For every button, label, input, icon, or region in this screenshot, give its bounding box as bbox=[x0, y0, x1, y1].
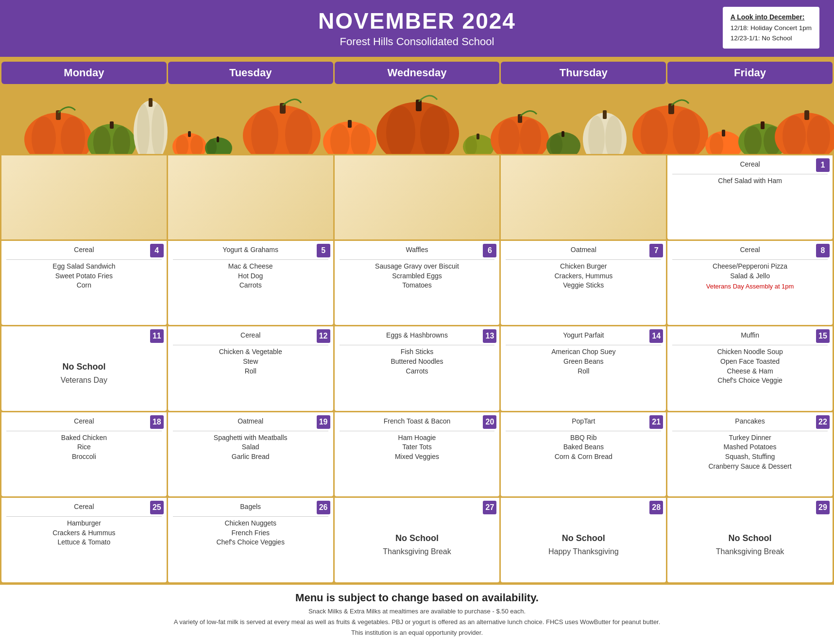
lunch-15: Chicken Noodle SoupOpen Face ToastedChee… bbox=[672, 347, 828, 385]
cal-day-26: 26 Bagels Chicken NuggetsFrench FriesChe… bbox=[168, 498, 333, 582]
cal-day-20: 20 French Toast & Bacon Ham HoagieTater … bbox=[335, 412, 500, 496]
lunch-7: Chicken BurgerCrackers, HummusVeggie Sti… bbox=[506, 262, 661, 290]
breakfast-15: Muffin bbox=[672, 330, 828, 339]
svg-rect-52 bbox=[722, 130, 725, 136]
page: NOVEMBER 2024 Forest Hills Consolidated … bbox=[0, 0, 834, 644]
date-5: 5 bbox=[317, 244, 330, 257]
page-title: NOVEMBER 2024 bbox=[318, 9, 516, 34]
breakfast-18: Cereal bbox=[6, 416, 162, 425]
svg-rect-56 bbox=[761, 121, 765, 129]
holiday-11: Veterans Day bbox=[61, 376, 107, 385]
cal-day-7: 7 Oatmeal Chicken BurgerCrackers, Hummus… bbox=[501, 241, 666, 325]
cal-day-18: 18 Cereal Baked ChickenRiceBroccoli bbox=[1, 412, 167, 496]
date-25: 25 bbox=[150, 501, 164, 514]
school-name: Forest Hills Consolidated School bbox=[318, 35, 516, 48]
pumpkin-cell-3 bbox=[335, 155, 500, 239]
lunch-4: Egg Salad SandwichSweet Potato FriesCorn bbox=[6, 262, 162, 290]
breakfast-22: Pancakes bbox=[672, 416, 828, 425]
noschool-11: No School bbox=[62, 362, 105, 372]
holiday-28: Happy Thanksgiving bbox=[548, 547, 619, 556]
cal-day-8: 8 Cereal Cheese/Pepperoni PizzaSalad & J… bbox=[667, 241, 833, 325]
svg-rect-27 bbox=[348, 120, 352, 128]
day-header-tuesday: Tuesday bbox=[168, 62, 333, 84]
date-8: 8 bbox=[816, 244, 830, 257]
lunch-12: Chicken & VegetableStewRoll bbox=[173, 347, 328, 376]
breakfast-7: Oatmeal bbox=[506, 245, 661, 254]
lunch-1: Chef Salad with Ham bbox=[672, 176, 828, 186]
footer-sub-2: A variety of low-fat milk is served at e… bbox=[10, 617, 824, 627]
pumpkin-cell-2 bbox=[168, 155, 333, 239]
cal-day-25: 25 Cereal HamburgerCrackers & HummusLett… bbox=[1, 498, 167, 582]
day-headers: Monday Tuesday Wednesday Thursday Friday bbox=[1, 62, 833, 84]
noschool-28: No School bbox=[562, 533, 605, 543]
cal-day-13: 13 Eggs & Hashbrowns Fish SticksButtered… bbox=[335, 326, 500, 410]
date-12: 12 bbox=[317, 329, 330, 343]
look-ahead-item-1: 12/18: Holiday Concert 1pm bbox=[731, 24, 812, 32]
lunch-5: Mac & CheeseHot DogCarrots bbox=[173, 262, 328, 290]
cal-day-11: 11 No School Veterans Day bbox=[1, 326, 167, 410]
date-28: 28 bbox=[649, 501, 663, 514]
lunch-22: Turkey DinnerMashed PotatoesSquash, Stuf… bbox=[672, 433, 828, 471]
lunch-18: Baked ChickenRiceBroccoli bbox=[6, 433, 162, 462]
cal-day-5: 5 Yogurt & Grahams Mac & CheeseHot DogCa… bbox=[168, 241, 333, 325]
date-26: 26 bbox=[317, 501, 330, 514]
lunch-21: BBQ RibBaked BeansCorn & Corn Bread bbox=[506, 433, 661, 462]
holiday-27: Thanksgiving Break bbox=[383, 547, 451, 556]
cal-day-22: 22 Pancakes Turkey DinnerMashed Potatoes… bbox=[667, 412, 833, 496]
day-header-thursday: Thursday bbox=[501, 62, 666, 84]
cal-day-1: 1 Cereal Chef Salad with Ham bbox=[667, 155, 833, 239]
date-14: 14 bbox=[649, 329, 663, 343]
lunch-14: American Chop SueyGreen BeansRoll bbox=[506, 347, 661, 376]
breakfast-5: Yogurt & Grahams bbox=[173, 245, 328, 254]
holiday-29: Thanksgiving Break bbox=[716, 547, 784, 556]
calendar-grid: 1 Cereal Chef Salad with Ham 4 Cereal Eg… bbox=[0, 154, 834, 584]
date-6: 6 bbox=[483, 244, 496, 257]
cal-day-27: 27 No School Thanksgiving Break bbox=[335, 498, 500, 582]
header-center: NOVEMBER 2024 Forest Hills Consolidated … bbox=[318, 9, 516, 48]
breakfast-12: Cereal bbox=[173, 330, 328, 339]
cal-day-28: 28 No School Happy Thanksgiving bbox=[501, 498, 666, 582]
lunch-13: Fish SticksButtered NoodlesCarrots bbox=[340, 347, 495, 376]
date-11: 11 bbox=[150, 329, 164, 343]
header: NOVEMBER 2024 Forest Hills Consolidated … bbox=[0, 0, 834, 57]
lunch-25: HamburgerCrackers & HummusLettuce & Toma… bbox=[6, 519, 162, 547]
cal-day-6: 6 Waffles Sausage Gravy over BiscuitScra… bbox=[335, 241, 500, 325]
breakfast-21: PopTart bbox=[506, 416, 661, 425]
breakfast-8: Cereal bbox=[672, 245, 828, 254]
svg-rect-8 bbox=[110, 121, 114, 129]
pumpkin-cell-1 bbox=[1, 155, 167, 239]
cal-day-12: 12 Cereal Chicken & VegetableStewRoll bbox=[168, 326, 333, 410]
breakfast-19: Oatmeal bbox=[173, 416, 328, 425]
svg-rect-45 bbox=[603, 110, 607, 119]
date-20: 20 bbox=[483, 415, 496, 429]
cal-day-4: 4 Cereal Egg Salad SandwichSweet Potato … bbox=[1, 241, 167, 325]
lunch-26: Chicken NuggetsFrench FriesChef's Choice… bbox=[173, 519, 328, 547]
footer-sub-3: This institution is an equal opportunity… bbox=[10, 627, 824, 638]
look-ahead-item-2: 12/23-1/1: No School bbox=[731, 34, 792, 42]
date-18: 18 bbox=[150, 415, 164, 429]
breakfast-20: French Toast & Bacon bbox=[340, 416, 495, 425]
svg-rect-34 bbox=[477, 134, 479, 139]
cal-day-15: 15 Muffin Chicken Noodle SoupOpen Face T… bbox=[667, 326, 833, 410]
breakfast-4: Cereal bbox=[6, 245, 162, 254]
pumpkin-banner: Monday Tuesday Wednesday Thursday Friday bbox=[0, 57, 834, 154]
noschool-29: No School bbox=[729, 533, 772, 543]
breakfast-25: Cereal bbox=[6, 502, 162, 510]
date-22: 22 bbox=[816, 415, 830, 429]
footer-main: Menu is subject to change based on avail… bbox=[10, 592, 824, 604]
note-8: Veterans Day Assembly at 1pm bbox=[672, 283, 828, 290]
lunch-19: Spaghetti with MeatballsSaladGarlic Brea… bbox=[173, 433, 328, 462]
date-21: 21 bbox=[649, 415, 663, 429]
svg-rect-60 bbox=[804, 110, 809, 120]
breakfast-6: Waffles bbox=[340, 245, 495, 254]
cal-day-19: 19 Oatmeal Spaghetti with MeatballsSalad… bbox=[168, 412, 333, 496]
day-header-friday: Friday bbox=[667, 62, 833, 84]
footer-sub-1: Snack Milks & Extra Milks at mealtimes a… bbox=[10, 606, 824, 617]
day-header-monday: Monday bbox=[1, 62, 167, 84]
date-27: 27 bbox=[483, 501, 496, 514]
cal-day-29: 29 No School Thanksgiving Break bbox=[667, 498, 833, 582]
footer: Menu is subject to change based on avail… bbox=[0, 584, 834, 644]
svg-rect-19 bbox=[217, 136, 219, 142]
lunch-8: Cheese/Pepperoni PizzaSalad & Jello bbox=[672, 262, 828, 281]
svg-rect-41 bbox=[562, 131, 564, 137]
